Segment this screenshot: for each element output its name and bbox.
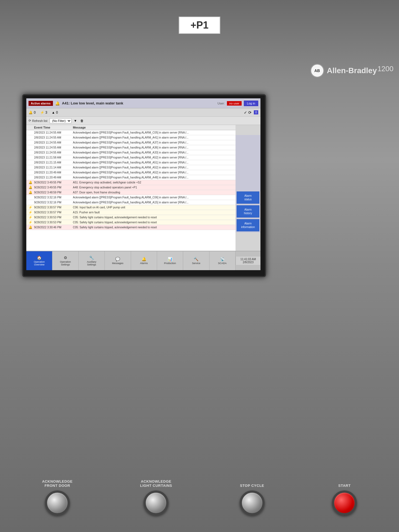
- nav-label: Production: [164, 262, 176, 265]
- nav-label: Messages: [112, 262, 123, 265]
- bell-count: 0: [34, 111, 36, 114]
- button-group-2: STOP CYCLE: [240, 484, 265, 515]
- time-display: 11:41:03 AM2/8/2023: [236, 257, 260, 265]
- alarm-row[interactable]: 2/8/2023 11:21:15 AM Acknowledged alarm …: [26, 160, 236, 165]
- alarm-time: 2/8/2023 11:21:14 AM: [34, 166, 73, 169]
- alarm-time: 2/8/2023 11:24:55 AM: [34, 151, 73, 154]
- alarm-message: Acknowledged alarm [[PRESS]Program:Fault…: [73, 156, 233, 159]
- alarm-row[interactable]: 9/28/2022 3:32:16 PM Acknowledged alarm …: [26, 195, 236, 200]
- alarm-row[interactable]: 2/8/2023 11:24:55 AM Acknowledged alarm …: [26, 140, 236, 145]
- alarm-row[interactable]: ⚡ 9/28/2022 3:30:57 PM C06: Input fault …: [26, 205, 236, 210]
- alarm-time: 9/28/2022 3:49:55 PM: [34, 186, 73, 189]
- alarm-row[interactable]: ⚡ 9/28/2022 3:30:53 PM C05: Safety light…: [26, 220, 236, 225]
- arrow-count: 3: [45, 111, 47, 114]
- refresh-button[interactable]: ⟳ Refresh list: [29, 119, 47, 122]
- alarm-message: Acknowledged alarm [[PRESS]Program:Fault…: [73, 176, 233, 179]
- filter-select[interactable]: (No Filter): [50, 118, 71, 123]
- alarm-arrow-icon: ⚡: [29, 206, 32, 209]
- bell-icon: 🔔: [29, 111, 33, 114]
- alarm-row[interactable]: 2/8/2023 11:24:55 AM Acknowledged alarm …: [26, 145, 236, 150]
- arrow-icon: ⚡: [40, 111, 44, 114]
- alarm-message: C05: Safety light curtains tripped, ackn…: [73, 226, 233, 229]
- alarm-row[interactable]: 🔔 9/28/2022 3:30:46 PM C05: Safety light…: [26, 225, 236, 230]
- alarm-information-button[interactable]: Alarm information: [237, 219, 259, 231]
- time-value: 11:41:03 AM: [238, 258, 258, 261]
- user-value: no user: [227, 101, 242, 106]
- alarm-row[interactable]: 2/8/2023 11:21:14 AM Acknowledged alarm …: [26, 165, 236, 170]
- alarm-bell-icon: 🔔: [29, 186, 32, 189]
- alarm-message: C05: Safety light curtains tripped, ackn…: [73, 221, 233, 224]
- col-icon-header: [29, 126, 34, 129]
- nav-label: SCADA: [218, 262, 227, 265]
- alarm-message: A37: Door open, front frame shrouding: [73, 191, 233, 194]
- alarm-header: Active alarms 🔔 A41: Low low level, main…: [26, 98, 260, 108]
- physical-button-label: START: [338, 484, 351, 488]
- alarm-message: A48: Emergency stop activated operators …: [73, 186, 233, 189]
- p1-label-text: +P1: [190, 19, 208, 31]
- nav-button-messages[interactable]: 💬 Messages: [105, 251, 131, 270]
- nav-button-alarms[interactable]: 🔔 Alarms: [131, 251, 157, 270]
- bell-count-item: 🔔 0: [29, 111, 36, 114]
- up-count-item: ▲ 0: [52, 111, 58, 114]
- login-button[interactable]: Log in: [244, 101, 258, 106]
- alarm-time: 2/8/2023 11:20:49 AM: [34, 171, 73, 174]
- alarm-row[interactable]: 🔔 9/28/2022 3:49:55 PM A48: Emergency st…: [26, 185, 236, 190]
- alarm-icon-cell: ⚡: [29, 216, 34, 219]
- alarm-message: C05: Safety light curtains tripped, ackn…: [73, 216, 233, 219]
- alarm-row[interactable]: 2/8/2023 11:20:49 AM Acknowledged alarm …: [26, 170, 236, 175]
- col-time-header: Event Time: [34, 126, 73, 129]
- alarm-status-button[interactable]: Alarm status: [237, 191, 259, 204]
- delete-icon[interactable]: 🗑: [80, 119, 84, 123]
- nav-icon: 🔧: [89, 255, 94, 260]
- refresh-label: Refresh list: [32, 119, 47, 122]
- alarm-rows-container: 2/8/2023 11:24:55 AM Acknowledged alarm …: [26, 130, 236, 270]
- up-icon: ▲: [52, 111, 55, 114]
- alarm-message: C06: Input fault on AI card, UHP pump un…: [73, 206, 233, 209]
- alarm-message: Acknowledged alarm [[PRESS]Program:Fault…: [73, 166, 233, 169]
- nav-button-production[interactable]: 📊 Production: [157, 251, 183, 270]
- alarm-row[interactable]: 2/8/2023 11:24:55 AM Acknowledged alarm …: [26, 135, 236, 140]
- alarm-row[interactable]: 2/8/2023 11:21:58 AM Acknowledged alarm …: [26, 155, 236, 160]
- alarm-bell-icon: 🔔: [29, 191, 32, 194]
- alarm-arrow-icon: ⚡: [29, 216, 32, 219]
- nav-icon: 📡: [220, 257, 225, 261]
- button-group-0: ACKNOWLEDGE FRONT DOOR: [42, 479, 73, 515]
- push-button-start[interactable]: [332, 490, 357, 515]
- brand-area: AB Allen-Bradley: [310, 64, 377, 78]
- alarm-row[interactable]: ⚡ 9/28/2022 3:30:53 PM C05: Safety light…: [26, 215, 236, 220]
- alarm-row[interactable]: 🔔 9/28/2022 3:49:55 PM A51: Emergency st…: [26, 180, 236, 185]
- p1-label: +P1: [179, 17, 220, 34]
- nav-button-operation-settings[interactable]: ⚙ Operation Settings: [52, 251, 78, 270]
- alarm-row[interactable]: ⚡ 9/28/2022 3:30:57 PM A15: Pusher arm f…: [26, 210, 236, 215]
- alarm-history-button[interactable]: Alarm history: [237, 205, 259, 218]
- refresh-icon-small: ⟳: [248, 110, 252, 115]
- button-group-3: START: [332, 484, 357, 515]
- nav-button-auxiliary-settings[interactable]: 🔧 Auxiliary Settings: [79, 251, 105, 270]
- push-button-acknowledge-front-door[interactable]: [45, 490, 70, 515]
- nav-button-service[interactable]: 🔨 Service: [183, 251, 209, 270]
- nav-button-scada[interactable]: 📡 SCADA: [209, 251, 236, 270]
- checkmark-icons: ✓ ⟳: [244, 110, 252, 115]
- alarm-message: Acknowledged alarm [[PRESS]Program:Fault…: [73, 201, 233, 204]
- nav-label: Operation Settings: [60, 260, 71, 266]
- alarm-icon-cell: ⚡: [29, 206, 34, 209]
- alarm-message: Acknowledged alarm [[PRESS]Program:Fault…: [73, 146, 233, 149]
- alarm-title: A41: Low low level, main water tank: [62, 101, 213, 105]
- alarm-time: 9/28/2022 3:30:53 PM: [34, 216, 73, 219]
- alarm-row[interactable]: 2/8/2023 11:24:55 AM Acknowledged alarm …: [26, 130, 236, 135]
- nav-icon: 🔔: [142, 257, 146, 261]
- alarm-message: Acknowledged alarm [[PRESS]Program:Fault…: [73, 171, 233, 174]
- table-header: Event Time Message: [26, 125, 236, 130]
- filter-icon[interactable]: ▼: [74, 119, 77, 123]
- alarm-row[interactable]: 🔔 9/28/2022 3:48:59 PM A37: Door open, f…: [26, 190, 236, 195]
- nav-icon: 💬: [115, 257, 120, 261]
- alarm-row[interactable]: 2/8/2023 11:20:49 AM Acknowledged alarm …: [26, 175, 236, 180]
- alarm-row[interactable]: 2/8/2023 11:24:55 AM Acknowledged alarm …: [26, 150, 236, 155]
- user-label: User:: [218, 102, 225, 105]
- physical-button-label: ACKNOWLEDGE LIGHT CURTAINS: [140, 479, 172, 488]
- nav-button-operation-overview[interactable]: 🏠 Operation Overview: [26, 251, 52, 270]
- alarm-row[interactable]: 9/28/2022 3:32:16 PM Acknowledged alarm …: [26, 200, 236, 205]
- alarm-arrow-icon: ⚡: [29, 211, 32, 214]
- push-button-acknowledge-light-curtains[interactable]: [144, 490, 168, 515]
- push-button-stop-cycle[interactable]: [240, 490, 265, 515]
